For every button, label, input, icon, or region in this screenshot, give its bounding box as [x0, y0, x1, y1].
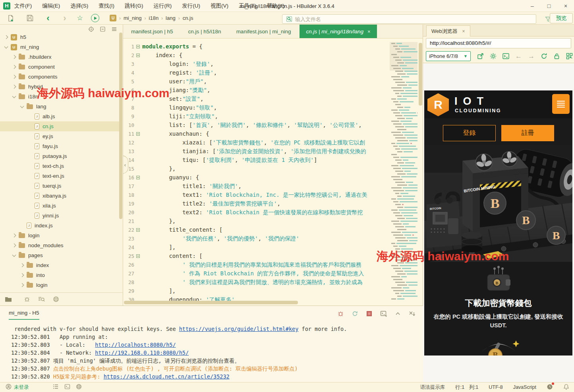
web-status-icon[interactable]	[76, 384, 82, 391]
fold-marker[interactable]	[136, 228, 140, 232]
collapse-panel-icon[interactable]	[394, 310, 402, 317]
sidebar-scrollbar[interactable]	[119, 33, 122, 219]
line-number[interactable]: 27	[123, 271, 134, 277]
line-number[interactable]: 21	[123, 218, 134, 224]
line-number[interactable]: 9	[123, 113, 134, 119]
back-icon[interactable]: ‹	[42, 13, 54, 23]
fold-marker[interactable]	[136, 45, 140, 48]
language-status[interactable]: JavaScript	[513, 384, 536, 390]
line-number[interactable]: 2	[123, 52, 134, 58]
menu-view[interactable]: 视图(V)	[211, 2, 228, 10]
console-tab[interactable]: mi_ning - H5	[9, 310, 39, 320]
device-select[interactable]: iPhone 6/7/8 ▼	[426, 51, 471, 61]
menu-run[interactable]: 运行(R)	[154, 2, 172, 10]
chevron-right-icon[interactable]	[20, 283, 24, 287]
debug-icon[interactable]	[337, 310, 344, 317]
search-input[interactable]	[295, 16, 518, 22]
tree-item-component[interactable]: component	[0, 62, 120, 72]
menu-find[interactable]: 查找(I)	[99, 2, 114, 10]
forward-icon[interactable]: ›	[59, 13, 71, 23]
tree-item-cn.js[interactable]: Jcn.js	[0, 121, 120, 131]
riot-logo-icon[interactable]: R	[427, 93, 449, 116]
close-icon[interactable]: ×	[367, 29, 371, 35]
chevron-right-icon[interactable]	[4, 35, 8, 39]
open-external-icon[interactable]	[476, 52, 485, 60]
tree-item-fayu.js[interactable]: Jfayu.js	[0, 141, 120, 151]
chevron-right-icon[interactable]	[20, 263, 24, 267]
cursor-row-status[interactable]: 行:1	[455, 384, 464, 391]
line-number[interactable]: 13	[123, 148, 134, 154]
line-number[interactable]: 8	[123, 105, 134, 111]
search-tab-icon[interactable]	[38, 296, 45, 302]
fold-marker[interactable]	[136, 54, 140, 57]
chevron-down-icon[interactable]	[12, 94, 16, 98]
chevron-right-icon[interactable]	[12, 55, 16, 59]
browser-tab[interactable]: Web浏览器 ×	[426, 25, 470, 37]
menu-edit[interactable]: 编辑(E)	[42, 2, 60, 10]
line-number[interactable]: 5	[123, 79, 134, 85]
line-number[interactable]: 26	[123, 262, 134, 268]
tree-item-into[interactable]: into	[0, 270, 120, 280]
tree-item-index[interactable]: index	[0, 260, 120, 270]
close-icon[interactable]: ×	[462, 29, 465, 34]
menu-tools[interactable]: 工具(T)	[239, 2, 256, 10]
menu-goto[interactable]: 跳转(G)	[125, 2, 143, 10]
chevron-right-icon[interactable]	[12, 85, 16, 89]
bookmark-star-icon[interactable]: ☆	[74, 13, 86, 23]
chevron-down-icon[interactable]	[12, 253, 16, 257]
new-terminal-icon[interactable]	[380, 310, 387, 317]
maximize-button[interactable]: □	[541, 0, 557, 12]
nav-back-icon[interactable]: ←	[514, 52, 523, 60]
breadcrumb-item-project[interactable]: mi_ning	[124, 15, 142, 21]
menu-file[interactable]: 文件(F)	[14, 2, 32, 10]
menu-publish[interactable]: 发行(U)	[182, 2, 200, 10]
gear-icon[interactable]	[489, 52, 497, 60]
history-icon[interactable]	[547, 384, 553, 391]
line-number[interactable]: 3	[123, 61, 134, 67]
line-number[interactable]: 11	[123, 131, 134, 137]
nav-forward-icon[interactable]: →	[527, 52, 535, 60]
breadcrumb-item-lang[interactable]: lang	[166, 15, 176, 21]
restart-icon[interactable]	[351, 310, 359, 317]
editor-tab-2[interactable]: manifest.json | mi_ning	[230, 25, 298, 38]
stop-icon[interactable]	[365, 310, 373, 317]
tree-item-alb.js[interactable]: Jalb.js	[0, 111, 120, 121]
chevron-right-icon[interactable]	[20, 273, 24, 277]
terminal-status-icon[interactable]	[64, 384, 70, 391]
menu-help[interactable]: 帮助(Y)	[267, 2, 284, 10]
editor-horizontal-scrollbar[interactable]	[124, 301, 298, 304]
site-login-button[interactable]: 登錄	[443, 125, 496, 141]
tree-item-xibanya.js[interactable]: Jxibanya.js	[0, 191, 120, 201]
fold-marker[interactable]	[136, 176, 140, 179]
qr-code-icon[interactable]	[565, 52, 574, 60]
line-number[interactable]: 20	[123, 209, 134, 215]
editor-tab-3[interactable]: cn.js | mi_ning/i18n/lang×	[300, 25, 377, 38]
tree-item-node_modules[interactable]: node_modules	[0, 240, 120, 250]
code-lines[interactable]: module.exports = { index: { login: '登錄',…	[142, 42, 388, 305]
tree-item-components[interactable]: components	[0, 72, 120, 82]
tree-item-putaoya.js[interactable]: Jputaoya.js	[0, 151, 120, 161]
fold-marker[interactable]	[136, 132, 140, 136]
refresh-icon[interactable]	[540, 52, 548, 60]
console-link[interactable]: https://ask.dcloud.net.cn/article/35232	[104, 373, 230, 380]
breadcrumb-item-file[interactable]: cn.js	[183, 15, 193, 21]
fold-marker[interactable]	[136, 254, 140, 258]
editor-vertical-scrollbar[interactable]	[419, 43, 422, 106]
bell-icon[interactable]	[563, 384, 569, 391]
tree-item-yinni.js[interactable]: Jyinni.js	[0, 211, 120, 221]
close-panel-icon[interactable]	[408, 310, 416, 317]
line-number[interactable]: 10	[123, 122, 134, 128]
file-search-box[interactable]	[282, 14, 536, 24]
locate-file-icon[interactable]	[88, 26, 94, 32]
explorer-tab-icon[interactable]	[5, 296, 12, 302]
chevron-right-icon[interactable]	[12, 234, 16, 238]
chevron-right-icon[interactable]	[12, 244, 16, 248]
new-file-icon[interactable]	[5, 13, 17, 23]
tree-item-text-en.js[interactable]: Jtext-en.js	[0, 171, 120, 181]
line-number[interactable]: 25	[123, 253, 134, 259]
site-register-button[interactable]: 註冊	[501, 125, 554, 141]
terminal-icon[interactable]	[502, 52, 510, 60]
collapse-all-icon[interactable]	[100, 26, 106, 32]
run-icon[interactable]	[89, 13, 101, 23]
line-number[interactable]: 1	[123, 44, 134, 50]
